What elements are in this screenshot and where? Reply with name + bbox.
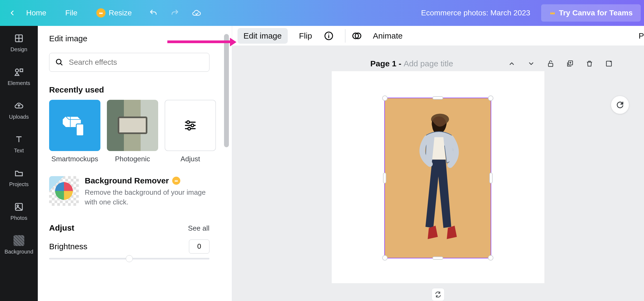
resize-button[interactable]: Resize [96,8,132,18]
text-icon [13,134,24,145]
nav-design[interactable]: Design [11,33,27,53]
resize-label: Resize [109,9,132,17]
svg-rect-12 [548,63,553,67]
bg-remover-title: Background Remover [85,176,169,185]
back-icon[interactable] [9,10,15,16]
crown-icon [96,8,106,18]
crown-icon [549,10,556,16]
search-field[interactable] [69,58,203,67]
hatch-icon [13,235,24,246]
delete-page-icon[interactable] [585,59,594,69]
edit-image-button[interactable]: Edit image [238,28,288,44]
brightness-slider[interactable] [49,258,209,259]
resize-handle[interactable] [488,95,493,101]
sync-icon[interactable] [432,288,445,301]
resize-handle[interactable] [382,255,388,261]
lock-icon[interactable] [546,59,555,69]
page-toolbar: Page 1 - Add page title [232,46,644,71]
transparency-icon[interactable] [351,30,362,41]
nav-projects[interactable]: Projects [9,168,29,187]
divider [345,29,345,43]
svg-rect-5 [76,124,84,136]
resize-handle[interactable] [488,255,493,261]
bg-remover-description: Remove the background of your image with… [85,187,209,207]
annotation-arrow [167,40,232,43]
regenerate-button[interactable] [611,96,629,114]
cloud-upload-icon [13,100,24,111]
image-icon [13,201,24,212]
add-page-icon[interactable] [604,59,614,69]
document-title[interactable]: Ecommerce photos: March 2023 [421,9,530,17]
resize-handle[interactable] [432,96,443,100]
flip-button[interactable]: Flip [293,28,318,44]
brightness-label: Brightness [49,242,87,251]
home-link[interactable]: Home [26,9,46,17]
nav-elements[interactable]: Elements [8,67,30,86]
nav-text[interactable]: Text [13,134,24,154]
collapse-up-icon[interactable] [507,59,517,69]
collapse-down-icon[interactable] [526,59,536,69]
crown-icon [172,177,180,185]
redo-button[interactable] [170,9,180,17]
model-photo [403,104,473,249]
context-toolbar: Edit image Flip Animate P [232,26,644,46]
page-footer [232,283,644,301]
svg-point-1 [15,69,18,72]
undo-button[interactable] [148,9,159,17]
recently-used-heading: Recently used [49,85,209,94]
folder-icon [13,168,24,179]
animate-button[interactable]: Animate [367,28,409,44]
grid-icon [13,33,24,44]
svg-point-3 [17,205,19,207]
effect-smartmockups[interactable]: Smartmockups [49,100,100,163]
canvas-page[interactable] [332,71,544,283]
svg-point-7 [191,124,194,127]
search-effects-input[interactable] [49,53,209,72]
resize-handle[interactable] [432,256,443,260]
panel-scrollbar[interactable] [221,26,232,301]
recently-used-row: Smartmockups Photogenic A [49,100,209,163]
search-icon [55,58,63,66]
cloud-sync-icon[interactable] [191,8,202,18]
bg-remover-thumb [49,176,79,206]
nav-background[interactable]: Background [5,235,33,255]
brightness-value[interactable]: 0 [189,240,209,254]
effect-photogenic[interactable]: Photogenic [107,100,158,163]
left-nav: Design Elements Uploads Text Projects [0,26,38,301]
duplicate-page-icon[interactable] [565,59,575,69]
canvas-area: Edit image Flip Animate P Page 1 - Add p… [232,26,644,301]
nav-uploads[interactable]: Uploads [9,100,29,120]
try-teams-button[interactable]: Try Canva for Teams [541,4,641,22]
position-button[interactable]: P [639,31,644,40]
edit-image-panel: Edit image Recently used [38,26,232,301]
try-teams-label: Try Canva for Teams [559,9,633,17]
resize-handle[interactable] [489,173,493,183]
effect-adjust[interactable]: Adjust [165,100,216,163]
nav-photos[interactable]: Photos [11,201,27,221]
shapes-icon [13,67,24,77]
svg-point-6 [187,121,189,124]
scroll-thumb[interactable] [224,34,229,147]
resize-handle[interactable] [383,173,386,183]
see-all-link[interactable]: See all [188,224,210,232]
background-remover-card[interactable]: Background Remover Remove the background… [49,176,209,207]
slider-thumb[interactable] [126,255,133,262]
file-menu[interactable]: File [65,9,77,17]
adjust-heading: Adjust [49,223,74,232]
selected-image[interactable] [384,98,491,258]
page-label[interactable]: Page 1 - Add page title [370,59,453,68]
svg-point-8 [188,127,191,130]
top-bar: Home File Resize Ecommerce photos: March… [0,0,644,26]
resize-handle[interactable] [382,95,388,101]
info-icon[interactable] [323,30,334,41]
